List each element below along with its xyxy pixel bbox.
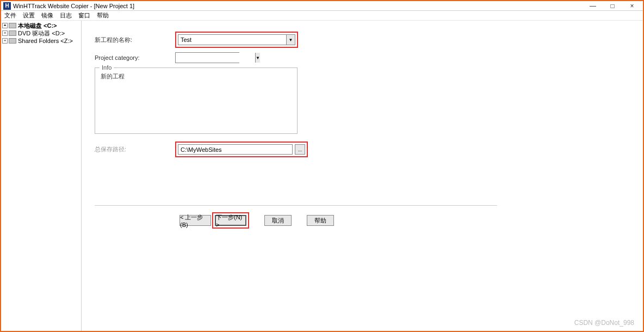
project-name-combo[interactable]: ▼ — [178, 34, 295, 45]
drive-icon — [9, 30, 16, 36]
tree-item-label: Shared Folders <Z:> — [18, 38, 73, 44]
drive-icon — [9, 23, 16, 28]
dropdown-icon[interactable]: ▼ — [255, 53, 260, 63]
info-text: 新的工程 — [101, 72, 292, 81]
menu-bar: 文件 设置 镜像 日志 窗口 帮助 — [1, 11, 643, 21]
menu-log[interactable]: 日志 — [60, 11, 72, 20]
highlight-base-path: ... — [175, 142, 308, 157]
menu-file[interactable]: 文件 — [4, 11, 16, 20]
tree-item-local-disk[interactable]: + 本地磁盘 <C:> — [2, 22, 80, 29]
tree-item-shared[interactable]: + Shared Folders <Z:> — [2, 37, 80, 45]
drive-icon — [9, 38, 16, 44]
base-path-label: 总保存路径: — [95, 145, 175, 153]
highlight-next: 下一步(N) > — [212, 212, 249, 229]
tree-item-dvd[interactable]: + DVD 驱动器 <D:> — [2, 29, 80, 37]
category-combo[interactable]: ▼ — [175, 52, 239, 63]
close-button[interactable]: × — [627, 2, 637, 10]
expand-icon[interactable]: + — [2, 38, 8, 44]
expand-icon[interactable]: + — [2, 23, 8, 28]
help-button[interactable]: 帮助 — [307, 215, 334, 226]
menu-mirror[interactable]: 镜像 — [41, 11, 53, 20]
minimize-button[interactable]: — — [587, 2, 598, 10]
app-icon: H — [3, 2, 11, 10]
window-title: WinHTTrack Website Copier - [New Project… — [13, 3, 587, 9]
info-fieldset: Info 新的工程 — [95, 67, 298, 134]
expand-icon[interactable]: + — [2, 30, 8, 36]
sidebar: + 本地磁盘 <C:> + DVD 驱动器 <D:> + Shared Fold… — [1, 21, 82, 331]
tree-item-label: 本地磁盘 <C:> — [18, 22, 57, 30]
menu-help[interactable]: 帮助 — [97, 11, 109, 20]
menu-settings[interactable]: 设置 — [23, 11, 35, 20]
category-input[interactable] — [176, 53, 255, 63]
cancel-button[interactable]: 取消 — [264, 215, 292, 226]
back-button[interactable]: < 上一步(B) — [179, 215, 211, 226]
watermark: CSDN @DoNot_998 — [574, 319, 634, 327]
dropdown-icon[interactable]: ▼ — [286, 35, 295, 45]
highlight-project-name: ▼ — [175, 32, 298, 48]
separator — [95, 205, 497, 206]
next-button[interactable]: 下一步(N) > — [215, 215, 246, 226]
browse-button[interactable]: ... — [295, 144, 305, 155]
project-name-input[interactable] — [178, 35, 286, 45]
main-panel: 新工程的名称: ▼ Project category: ▼ Info 新的工程 — [82, 21, 643, 331]
maximize-button[interactable]: □ — [607, 2, 618, 10]
menu-window[interactable]: 窗口 — [78, 11, 90, 20]
title-bar: H WinHTTrack Website Copier - [New Proje… — [1, 1, 643, 11]
base-path-input[interactable] — [178, 144, 293, 155]
info-legend: Info — [100, 64, 114, 71]
category-label: Project category: — [95, 54, 175, 61]
project-name-label: 新工程的名称: — [95, 36, 175, 44]
tree-item-label: DVD 驱动器 <D:> — [18, 29, 65, 38]
